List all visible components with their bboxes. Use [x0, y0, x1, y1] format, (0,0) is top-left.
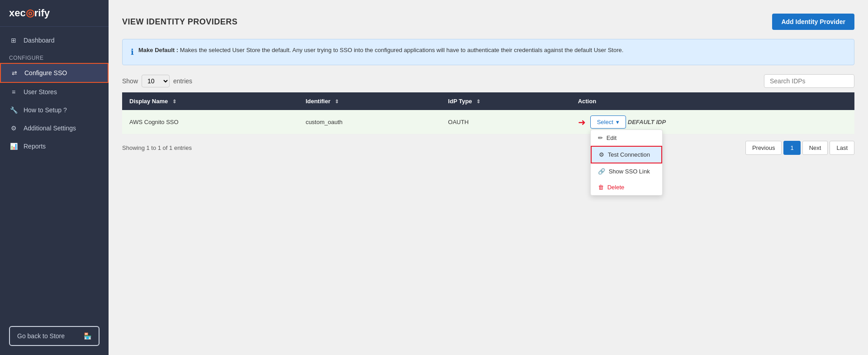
how-to-setup-icon: 🔧 [9, 106, 18, 114]
go-back-to-store-button[interactable]: Go back to Store 🏪 [9, 326, 100, 346]
identity-providers-table: Display Name ⇕ Identifier ⇕ IdP Type ⇕ A… [122, 92, 854, 134]
logo-prefix: xec [9, 7, 26, 19]
sidebar-item-label: User Stores [24, 88, 57, 96]
col-identifier-label: Identifier [306, 98, 331, 105]
sidebar-item-how-to-setup[interactable]: 🔧 How to Setup ? [0, 101, 109, 119]
edit-icon: ✏ [598, 134, 603, 141]
col-idp-type: IdP Type ⇕ [441, 92, 571, 110]
info-banner: ℹ Make Default : Makes the selected User… [122, 39, 854, 65]
test-connection-label: Test Connection [608, 151, 650, 158]
cell-action: ➜ Select ▾ ✏ Edit [571, 110, 854, 134]
table-row: AWS Cognito SSO custom_oauth OAUTH ➜ Sel… [122, 110, 854, 134]
col-display-name-label: Display Name [129, 98, 168, 105]
cell-display-name: AWS Cognito SSO [122, 110, 299, 134]
info-bold-text: Make Default : [138, 47, 178, 53]
show-entries-control: Show 10 25 50 100 entries [122, 75, 192, 87]
configure-sso-icon: ⇄ [10, 69, 19, 77]
logo-area: xec◎rify [0, 0, 109, 27]
show-sso-link-icon: 🔗 [598, 168, 605, 175]
cell-idp-type: OAUTH [441, 110, 571, 134]
table-footer: Showing 1 to 1 of 1 entries Previous 1 N… [122, 141, 854, 155]
additional-settings-icon: ⚙ [9, 125, 18, 132]
showing-entries-text: Showing 1 to 1 of 1 entries [122, 144, 192, 151]
page-title: VIEW IDENTITY PROVIDERS [122, 17, 237, 27]
cell-identifier: custom_oauth [299, 110, 441, 134]
entries-per-page-select[interactable]: 10 25 50 100 [142, 75, 170, 87]
sidebar-item-label: Additional Settings [24, 125, 76, 132]
table-controls: Show 10 25 50 100 entries [122, 74, 854, 88]
display-name-sort-icon[interactable]: ⇕ [172, 99, 176, 105]
info-banner-text: Make Default : Makes the selected User S… [138, 46, 623, 55]
sidebar-item-reports[interactable]: 📊 Reports [0, 137, 109, 155]
select-button[interactable]: Select ▾ [590, 115, 626, 129]
sidebar-item-additional-settings[interactable]: ⚙ Additional Settings [0, 119, 109, 137]
pagination-controls: Previous 1 Next Last [745, 141, 854, 155]
add-identity-provider-button[interactable]: Add Identity Provider [772, 14, 854, 30]
sidebar-item-user-stores[interactable]: ≡ User Stores [0, 83, 109, 101]
identifier-sort-icon[interactable]: ⇕ [335, 99, 339, 105]
sidebar-nav: ⊞ Dashboard Configure ⇄ Configure SSO ≡ … [0, 27, 109, 317]
idp-type-value: OAUTH [448, 119, 469, 125]
dropdown-delete-item[interactable]: 🗑 Delete [591, 179, 662, 195]
col-idp-type-label: IdP Type [448, 98, 472, 105]
select-dropdown-wrapper: Select ▾ ✏ Edit ⚙ [590, 115, 626, 129]
sidebar-item-configure-sso[interactable]: ⇄ Configure SSO [0, 63, 109, 83]
dropdown-show-sso-link-item[interactable]: 🔗 Show SSO Link [591, 163, 662, 179]
go-back-label: Go back to Store [17, 332, 65, 340]
dropdown-chevron-icon: ▾ [616, 119, 619, 125]
sidebar-item-label: How to Setup ? [24, 106, 67, 114]
user-stores-icon: ≡ [9, 88, 18, 96]
dashboard-icon: ⊞ [9, 37, 18, 44]
col-action-label: Action [578, 98, 596, 105]
info-text: Makes the selected User Store the defaul… [180, 47, 624, 53]
action-cell: ➜ Select ▾ ✏ Edit [578, 115, 847, 129]
sidebar-item-label: Reports [24, 143, 46, 150]
dropdown-test-connection-item[interactable]: ⚙ Test Connection [591, 146, 662, 163]
select-label: Select [597, 119, 613, 125]
store-icon: 🏪 [84, 332, 91, 340]
sidebar-footer: Go back to Store 🏪 [0, 317, 109, 355]
sidebar-item-dashboard[interactable]: ⊞ Dashboard [0, 31, 109, 49]
col-action: Action [571, 92, 854, 110]
col-display-name: Display Name ⇕ [122, 92, 299, 110]
table-header-row: Display Name ⇕ Identifier ⇕ IdP Type ⇕ A… [122, 92, 854, 110]
app-logo: xec◎rify [9, 7, 100, 19]
reports-icon: 📊 [9, 143, 18, 150]
dropdown-edit-item[interactable]: ✏ Edit [591, 130, 662, 146]
edit-label: Edit [607, 134, 617, 141]
idp-type-sort-icon[interactable]: ⇕ [476, 99, 480, 105]
entries-label: entries [173, 77, 192, 85]
show-sso-link-label: Show SSO Link [609, 168, 650, 175]
last-page-button[interactable]: Last [830, 141, 854, 155]
sidebar-item-label: Configure SSO [24, 69, 67, 77]
page-header: VIEW IDENTITY PROVIDERS Add Identity Pro… [122, 14, 854, 30]
page-1-button[interactable]: 1 [783, 141, 800, 155]
sidebar-item-label: Dashboard [24, 37, 55, 44]
test-connection-icon: ⚙ [599, 151, 604, 158]
action-dropdown-menu: ✏ Edit ⚙ Test Connection 🔗 Show SSO Link [590, 130, 663, 196]
show-label: Show [122, 77, 138, 85]
logo-icon: ◎ [26, 7, 34, 19]
delete-icon: 🗑 [598, 184, 604, 191]
col-identifier: Identifier ⇕ [299, 92, 441, 110]
default-idp-badge: DEFAULT IDP [628, 119, 666, 125]
sidebar: xec◎rify ⊞ Dashboard Configure ⇄ Configu… [0, 0, 109, 355]
previous-page-button[interactable]: Previous [745, 141, 782, 155]
configure-section-label: Configure [0, 49, 109, 63]
display-name-value: AWS Cognito SSO [129, 119, 179, 125]
identifier-value: custom_oauth [306, 119, 343, 125]
logo-suffix: rify [34, 7, 50, 19]
info-icon: ℹ [131, 46, 134, 58]
search-idps-input[interactable] [764, 74, 854, 88]
delete-label: Delete [607, 184, 625, 191]
next-page-button[interactable]: Next [802, 141, 828, 155]
red-arrow-indicator: ➜ [578, 117, 586, 128]
main-content: VIEW IDENTITY PROVIDERS Add Identity Pro… [109, 0, 868, 355]
